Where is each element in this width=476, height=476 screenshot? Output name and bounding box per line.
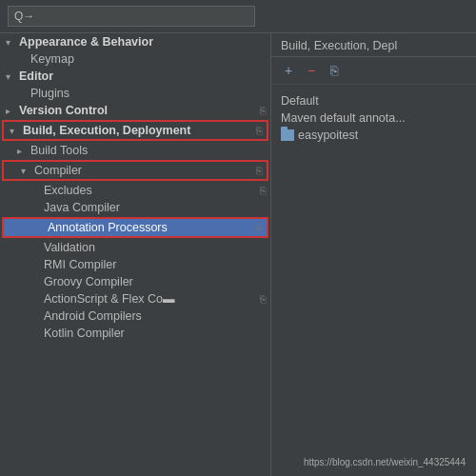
copy-icon-build-exec-deploy: ⎘ xyxy=(256,125,263,136)
folder-icon xyxy=(281,129,294,141)
tree-item-excludes[interactable]: Excludes⎘ xyxy=(0,182,270,199)
tree-item-appearance-behavior[interactable]: Appearance & Behavior xyxy=(0,33,270,50)
arrow-icon-editor xyxy=(6,71,19,82)
tree-label-editor: Editor xyxy=(19,69,270,83)
tree-label-java-compiler: Java Compiler xyxy=(44,201,270,214)
right-panel: Build, Execution, Depl + − ⎘ DefaultMave… xyxy=(271,33,476,476)
tree-label-actionscript-flex: ActionScript & Flex Co▬ xyxy=(44,292,260,306)
tree-label-groovy-compiler: Groovy Compiler xyxy=(44,275,270,288)
tree-label-version-control: Version Control xyxy=(19,104,260,117)
watermark: https://blog.csdn.net/weixin_44325444 xyxy=(301,456,468,468)
tree-item-kotlin-compiler[interactable]: Kotlin Compiler xyxy=(0,325,270,342)
tree-item-validation[interactable]: Validation xyxy=(0,239,270,256)
copy-button[interactable]: ⎘ xyxy=(325,61,344,80)
tree-label-appearance-behavior: Appearance & Behavior xyxy=(19,35,270,49)
arrow-icon-appearance-behavior xyxy=(6,37,19,48)
tree-item-actionscript-flex[interactable]: ActionScript & Flex Co▬⎘ xyxy=(0,290,270,307)
tree-item-groovy-compiler[interactable]: Groovy Compiler xyxy=(0,273,270,290)
right-item-easypoitest[interactable]: easypoitest xyxy=(281,127,466,144)
copy-icon-compiler: ⎘ xyxy=(256,165,263,176)
right-item-default[interactable]: Default xyxy=(281,92,466,109)
tree-item-build-exec-deploy[interactable]: Build, Execution, Deployment⎘ xyxy=(4,122,267,139)
copy-icon-annotation-processors: ⎘ xyxy=(256,222,263,233)
right-content: DefaultMaven default annota...easypoites… xyxy=(271,85,476,151)
tree-item-java-compiler[interactable]: Java Compiler xyxy=(0,199,270,216)
tree-label-android-compilers: Android Compilers xyxy=(44,309,270,323)
tree-label-excludes: Excludes xyxy=(44,184,260,197)
tree-label-annotation-processors: Annotation Processors xyxy=(48,221,256,234)
tree-label-kotlin-compiler: Kotlin Compiler xyxy=(44,327,270,340)
tree-item-build-tools[interactable]: Build Tools xyxy=(0,142,270,159)
add-button[interactable]: + xyxy=(279,61,298,80)
arrow-icon-build-tools xyxy=(17,146,30,156)
tree-item-rmi-compiler[interactable]: RMI Compiler xyxy=(0,256,270,273)
tree-label-keymap: Keymap xyxy=(30,52,270,66)
tree-item-keymap[interactable]: Keymap xyxy=(0,50,270,68)
arrow-icon-build-exec-deploy xyxy=(10,126,23,136)
copy-icon-actionscript-flex: ⎘ xyxy=(260,293,267,305)
arrow-icon-compiler xyxy=(21,166,34,176)
search-input[interactable] xyxy=(8,6,255,27)
tree-item-android-compilers[interactable]: Android Compilers xyxy=(0,307,270,325)
left-panel: Appearance & BehaviorKeymapEditorPlugins… xyxy=(0,33,271,476)
copy-icon-version-control: ⎘ xyxy=(260,105,267,116)
tree-label-rmi-compiler: RMI Compiler xyxy=(44,258,270,271)
right-item-label-maven-default: Maven default annota... xyxy=(281,111,406,125)
search-bar xyxy=(0,0,476,33)
right-item-label-easypoitest: easypoitest xyxy=(298,129,358,142)
tree-label-validation: Validation xyxy=(44,241,270,254)
right-toolbar: + − ⎘ xyxy=(271,57,476,85)
arrow-icon-version-control xyxy=(6,106,19,116)
tree-item-compiler[interactable]: Compiler⎘ xyxy=(4,162,267,179)
main-layout: Appearance & BehaviorKeymapEditorPlugins… xyxy=(0,33,476,476)
tree-item-plugins[interactable]: Plugins xyxy=(0,85,270,102)
tree-label-plugins: Plugins xyxy=(30,87,270,100)
tree-label-compiler: Compiler xyxy=(34,164,256,177)
right-item-maven-default[interactable]: Maven default annota... xyxy=(281,109,466,127)
right-item-label-default: Default xyxy=(281,94,319,108)
tree-item-annotation-processors[interactable]: Annotation Processors⎘ xyxy=(4,219,267,236)
tree-item-editor[interactable]: Editor xyxy=(0,68,270,85)
tree-label-build-exec-deploy: Build, Execution, Deployment xyxy=(23,124,256,137)
right-panel-header: Build, Execution, Depl xyxy=(271,33,476,57)
tree-label-build-tools: Build Tools xyxy=(30,144,270,157)
copy-icon-excludes: ⎘ xyxy=(260,185,267,196)
tree-item-version-control[interactable]: Version Control⎘ xyxy=(0,102,270,119)
remove-button[interactable]: − xyxy=(302,61,321,80)
